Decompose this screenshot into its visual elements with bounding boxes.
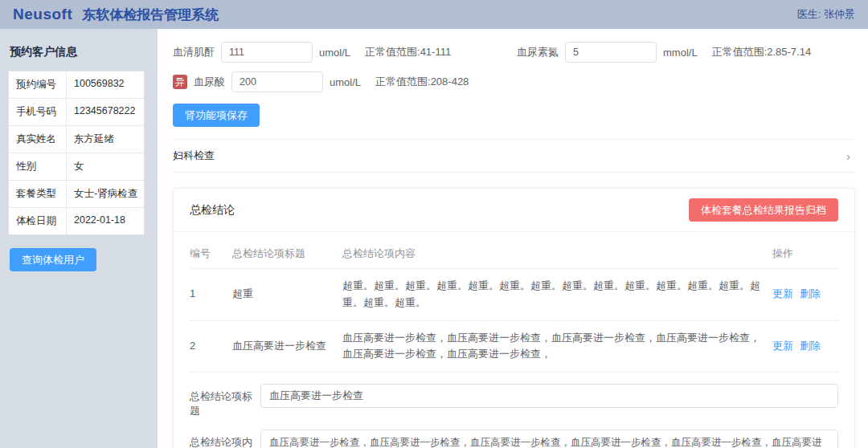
cell-title: 血压高要进一步检查 [232, 320, 342, 373]
cell-actions: 更新删除 [772, 320, 838, 373]
neusoft-logo: Neusoft [13, 6, 72, 23]
info-label: 预约编号 [9, 71, 67, 98]
info-row-real-name: 真实姓名 东方延绪 [9, 126, 144, 153]
gynecology-title: 妇科检查 [173, 149, 215, 163]
info-row-package-type: 套餐类型 女士-肾病检查 [9, 181, 144, 208]
sidebar-title: 预约客户信息 [10, 45, 149, 59]
info-label: 手机号码 [9, 99, 67, 125]
conclusion-content-label: 总检结论项内容 [190, 430, 260, 448]
test-unit: mmol/L [663, 47, 698, 59]
conclusion-content-textarea[interactable]: 血压高要进一步检查，血压高要进一步检查，血压高要进一步检查，血压高要进一步检查，… [260, 430, 838, 448]
update-link[interactable]: 更新 [772, 340, 793, 352]
chevron-right-icon: › [846, 150, 850, 162]
test-normal-range: 正常值范围:41-111 [365, 45, 451, 59]
conclusion-title-form-row: 总检结论项标题 [190, 384, 838, 418]
test-item-serum-creatinine: 血清肌酐 umol/L 正常值范围:41-111 [173, 42, 517, 63]
info-row-exam-date: 体检日期 2022-01-18 [9, 208, 144, 234]
test-item-blood-uric-acid: 异 血尿酸 umol/L 正常值范围:208-428 [173, 71, 517, 92]
table-row: 1 超重 超重。超重。超重。超重。超重。超重。超重。超重。超重。超重。超重。超重… [190, 269, 838, 321]
test-label: 血尿酸 [194, 75, 225, 89]
cell-content: 超重。超重。超重。超重。超重。超重。超重。超重。超重。超重。超重。超重。超重。超… [342, 269, 772, 321]
info-row-booking-id: 预约编号 100569832 [9, 71, 144, 99]
conclusion-card: 总检结论 体检套餐总检结果报告归档 编号 总检结论项标题 总检结论项内容 操作 [173, 188, 855, 448]
sidebar: 预约客户信息 预约编号 100569832 手机号码 12345678222 真… [0, 29, 158, 448]
delete-link[interactable]: 删除 [800, 340, 821, 352]
info-row-gender: 性别 女 [9, 153, 144, 181]
serum-creatinine-input[interactable] [221, 42, 313, 63]
archive-report-button[interactable]: 体检套餐总检结果报告归档 [689, 198, 838, 222]
info-row-phone: 手机号码 12345678222 [9, 99, 144, 126]
test-unit: umol/L [330, 76, 361, 88]
test-item-blood-urea-nitrogen: 血尿素氮 mmol/L 正常值范围:2.85-7.14 [517, 42, 855, 63]
info-label: 套餐类型 [9, 181, 67, 207]
test-unit: umol/L [319, 47, 350, 59]
renal-function-save-button[interactable]: 肾功能项保存 [173, 104, 260, 127]
cell-id: 2 [190, 320, 232, 373]
update-link[interactable]: 更新 [772, 287, 793, 299]
info-value: 12345678222 [67, 99, 138, 125]
conclusion-table: 编号 总检结论项标题 总检结论项内容 操作 1 超重 超重。超重。超重。超重。超… [190, 237, 838, 373]
info-label: 性别 [9, 153, 67, 180]
query-exam-user-button[interactable]: 查询体检用户 [10, 248, 96, 271]
conclusion-card-body: 编号 总检结论项标题 总检结论项内容 操作 1 超重 超重。超重。超重。超重。超… [174, 232, 854, 448]
blood-urea-nitrogen-input[interactable] [565, 42, 657, 63]
info-value: 女 [67, 153, 88, 180]
main-content: 血清肌酐 umol/L 正常值范围:41-111 血尿素氮 mmol/L 正常值… [158, 29, 868, 448]
blood-uric-acid-input[interactable] [231, 71, 323, 92]
customer-info-table: 预约编号 100569832 手机号码 12345678222 真实姓名 东方延… [8, 71, 145, 235]
cell-id: 1 [190, 269, 232, 321]
conclusion-card-header: 总检结论 体检套餐总检结果报告归档 [174, 189, 854, 232]
cell-actions: 更新删除 [772, 269, 838, 321]
test-normal-range: 正常值范围:2.85-7.14 [712, 45, 812, 59]
info-label: 体检日期 [9, 208, 67, 234]
test-label: 血尿素氮 [517, 45, 559, 59]
cell-content: 血压高要进一步检查，血压高要进一步检查，血压高要进一步检查，血压高要进一步检查，… [342, 320, 772, 373]
info-value: 100569832 [67, 71, 128, 98]
app-header: Neusoft 东软体检报告管理系统 医生: 张仲景 [0, 0, 868, 29]
app-title-group: Neusoft 东软体检报告管理系统 [13, 6, 219, 24]
info-value: 女士-肾病检查 [67, 181, 141, 207]
info-value: 2022-01-18 [67, 208, 129, 234]
conclusion-title: 总检结论 [190, 203, 235, 218]
conclusion-title-input[interactable] [260, 384, 838, 408]
renal-test-form: 血清肌酐 umol/L 正常值范围:41-111 血尿素氮 mmol/L 正常值… [173, 42, 855, 92]
doctor-name: 医生: 张仲景 [797, 7, 855, 22]
test-normal-range: 正常值范围:208-428 [375, 75, 469, 89]
header-id: 编号 [190, 237, 232, 269]
table-header-row: 编号 总检结论项标题 总检结论项内容 操作 [190, 237, 838, 269]
page-layout: 预约客户信息 预约编号 100569832 手机号码 12345678222 真… [0, 29, 868, 448]
abnormal-badge-icon: 异 [173, 75, 187, 89]
table-row: 2 血压高要进一步检查 血压高要进一步检查，血压高要进一步检查，血压高要进一步检… [190, 320, 838, 373]
delete-link[interactable]: 删除 [800, 287, 821, 299]
conclusion-title-label: 总检结论项标题 [190, 384, 260, 418]
header-content: 总检结论项内容 [342, 237, 772, 269]
header-actions: 操作 [772, 237, 838, 269]
gynecology-collapse-header[interactable]: 妇科检查 › [173, 139, 855, 173]
header-title: 总检结论项标题 [232, 237, 342, 269]
conclusion-content-form-row: 总检结论项内容 血压高要进一步检查，血压高要进一步检查，血压高要进一步检查，血压… [190, 430, 838, 448]
test-label: 血清肌酐 [173, 45, 215, 59]
info-label: 真实姓名 [9, 126, 67, 153]
info-value: 东方延绪 [67, 126, 117, 153]
cell-title: 超重 [232, 269, 342, 321]
app-name: 东软体检报告管理系统 [82, 6, 219, 24]
